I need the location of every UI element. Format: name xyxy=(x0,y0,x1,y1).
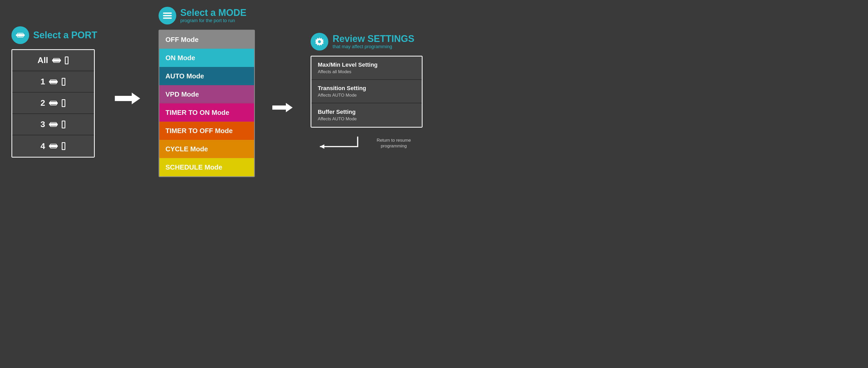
mode-label-timeron: TIMER TO ON Mode xyxy=(165,109,229,117)
svg-rect-21 xyxy=(163,18,172,19)
settings-title-block: Review SETTINGS that may affect programm… xyxy=(333,34,414,50)
settings-section-header: Review SETTINGS that may affect programm… xyxy=(311,33,414,51)
port-label-4: 4 xyxy=(41,142,45,151)
svg-rect-14 xyxy=(51,123,56,126)
mode-row-vpd[interactable]: VPD Mode xyxy=(159,85,254,103)
port-label-2: 2 xyxy=(41,98,45,108)
port-title: Select a PORT xyxy=(33,30,97,40)
port-row-all[interactable]: All xyxy=(12,50,94,71)
arrow-port-to-mode xyxy=(115,92,141,105)
port-usb-icon-3 xyxy=(49,122,58,127)
port-usb-icon-all xyxy=(52,58,61,63)
svg-rect-19 xyxy=(163,12,172,14)
settings-title-buffer: Buffer Setting xyxy=(318,109,415,115)
mode-subtitle: program for the port to run xyxy=(180,18,247,24)
mode-label-vpd: VPD Mode xyxy=(165,90,199,98)
settings-subtitle: that may affect programming xyxy=(333,44,414,50)
return-arrow-row: Return to resume programming xyxy=(313,135,423,151)
mode-title: Select a MODE xyxy=(180,7,247,18)
menu-icon xyxy=(162,11,172,21)
port-list: All 1 2 xyxy=(11,49,95,158)
mode-row-on[interactable]: ON Mode xyxy=(159,49,254,67)
mode-label-schedule: SCHEDULE Mode xyxy=(165,163,222,172)
port-rect-icon-2 xyxy=(62,99,65,107)
port-section-header: Select a PORT xyxy=(11,26,97,44)
svg-rect-17 xyxy=(51,145,56,147)
mode-row-timeron[interactable]: TIMER TO ON Mode xyxy=(159,103,254,122)
settings-title-maxmin: Max/Min Level Setting xyxy=(318,61,415,68)
settings-title-transition: Transition Setting xyxy=(318,85,415,92)
settings-row-transition[interactable]: Transition Setting Affects AUTO Mode xyxy=(311,80,422,103)
right-arrow-icon-2 xyxy=(272,102,293,113)
settings-row-maxmin[interactable]: Max/Min Level Setting Affects all Modes xyxy=(311,57,422,80)
mode-row-timeroff[interactable]: TIMER TO OFF Mode xyxy=(159,122,254,140)
port-section: Select a PORT All 1 2 xyxy=(11,26,97,158)
mode-row-off[interactable]: OFF Mode xyxy=(159,30,254,49)
gear-icon xyxy=(314,37,324,47)
port-row-3[interactable]: 3 xyxy=(12,114,94,135)
port-icon-circle xyxy=(11,26,29,44)
port-row-4[interactable]: 4 xyxy=(12,135,94,157)
port-rect-icon-all xyxy=(65,57,68,64)
settings-list: Max/Min Level Setting Affects all Modes … xyxy=(311,56,423,128)
port-row-1[interactable]: 1 xyxy=(12,71,94,93)
port-usb-icon-4 xyxy=(49,143,58,149)
settings-icon-circle xyxy=(311,33,328,51)
port-rect-icon-4 xyxy=(62,142,65,150)
return-text: Return to resume programming xyxy=(365,137,423,149)
port-usb-icon-2 xyxy=(49,100,58,106)
return-arrow-icon xyxy=(313,135,362,151)
mode-row-schedule[interactable]: SCHEDULE Mode xyxy=(159,158,254,176)
svg-rect-5 xyxy=(54,59,59,62)
svg-rect-2 xyxy=(18,34,22,36)
svg-rect-11 xyxy=(51,102,56,104)
mode-label-on: ON Mode xyxy=(165,54,195,62)
svg-rect-20 xyxy=(163,15,172,17)
svg-marker-27 xyxy=(320,144,324,149)
svg-point-24 xyxy=(318,40,321,43)
mode-section-header: Select a MODE program for the port to ru… xyxy=(159,7,247,25)
mode-label-cycle: CYCLE Mode xyxy=(165,145,208,153)
port-title-block: Select a PORT xyxy=(33,30,97,40)
svg-rect-8 xyxy=(51,81,56,83)
mode-label-auto: AUTO Mode xyxy=(165,72,204,80)
right-arrow-icon xyxy=(115,92,141,105)
mode-icon-circle xyxy=(159,7,176,25)
mode-label-timeroff: TIMER TO OFF Mode xyxy=(165,127,233,135)
port-usb-icon-1 xyxy=(49,79,58,85)
port-label-all: All xyxy=(37,56,48,65)
mode-row-cycle[interactable]: CYCLE Mode xyxy=(159,140,254,158)
mode-section: Select a MODE program for the port to ru… xyxy=(159,7,255,177)
mode-list: OFF Mode ON Mode AUTO Mode VPD Mode TIME… xyxy=(159,30,255,177)
port-row-2[interactable]: 2 xyxy=(12,93,94,114)
port-label-1: 1 xyxy=(41,77,45,87)
port-label-3: 3 xyxy=(41,120,45,129)
mode-row-auto[interactable]: AUTO Mode xyxy=(159,67,254,85)
port-icon xyxy=(16,30,25,40)
main-container: Select a PORT All 1 2 xyxy=(11,9,423,175)
settings-section: Review SETTINGS that may affect programm… xyxy=(311,33,423,151)
arrow-mode-to-settings xyxy=(272,71,293,113)
return-area: Return to resume programming xyxy=(311,135,423,151)
svg-marker-22 xyxy=(272,103,292,112)
mode-title-block: Select a MODE program for the port to ru… xyxy=(180,7,247,24)
settings-subtitle-transition: Affects AUTO Mode xyxy=(318,93,415,98)
settings-subtitle-buffer: Affects AUTO Mode xyxy=(318,116,415,122)
settings-row-buffer[interactable]: Buffer Setting Affects AUTO Mode xyxy=(311,103,422,127)
settings-subtitle-maxmin: Affects all Modes xyxy=(318,69,415,74)
port-rect-icon-1 xyxy=(62,78,65,86)
mode-label-off: OFF Mode xyxy=(165,36,199,44)
port-rect-icon-3 xyxy=(62,121,65,128)
svg-marker-18 xyxy=(115,93,140,104)
settings-title: Review SETTINGS xyxy=(333,34,414,44)
